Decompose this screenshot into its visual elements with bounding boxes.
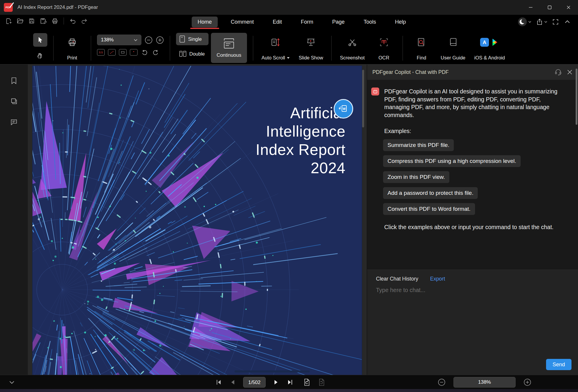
bookmarks-panel-button[interactable] <box>9 76 18 85</box>
pdfgear-window: PDF AI Index Report 2024.pdf - PDFgear <box>0 0 578 392</box>
quick-print-button[interactable] <box>51 17 59 25</box>
next-page-button[interactable] <box>273 379 279 386</box>
document-scrollbar[interactable] <box>362 70 364 127</box>
tab-page[interactable]: Page <box>326 17 351 27</box>
theme-toggle-button[interactable] <box>518 17 531 27</box>
clear-chat-history-link[interactable]: Clear Chat History <box>376 276 418 282</box>
tab-comment[interactable]: Comment <box>225 17 260 27</box>
copilot-input-area: Clear Chat History Export Send <box>367 270 578 375</box>
share-button[interactable] <box>536 18 547 25</box>
copilot-support-button[interactable] <box>554 68 562 76</box>
first-page-button[interactable] <box>215 379 222 386</box>
find-icon <box>416 36 427 49</box>
cover-title-line: Index Report <box>256 140 345 159</box>
cursor-icon <box>37 36 44 43</box>
collapse-ribbon-button[interactable] <box>564 18 571 25</box>
fit-page-button[interactable] <box>119 49 127 56</box>
copilot-scrollbar[interactable] <box>576 69 577 125</box>
pdf-page[interactable]: Artificial Intelligence Index Report 202… <box>33 66 362 375</box>
zoom-out-button[interactable] <box>145 36 153 44</box>
print-icon <box>51 18 58 25</box>
new-file-button[interactable] <box>5 17 12 25</box>
redo-button[interactable] <box>80 17 88 25</box>
rotate-right-icon <box>152 49 159 56</box>
window-bottom-edge <box>0 389 578 392</box>
comments-panel-button[interactable] <box>9 118 18 127</box>
save-button[interactable] <box>28 17 35 25</box>
zoom-in-button[interactable] <box>156 36 164 44</box>
next-view-button[interactable] <box>318 378 325 386</box>
pages-icon <box>10 98 18 105</box>
chat-input[interactable] <box>376 287 559 294</box>
save-as-icon <box>40 17 47 25</box>
zoom-out-bottom-button[interactable] <box>438 378 445 386</box>
save-icon <box>28 18 35 24</box>
screenshot-button[interactable]: Screenshot <box>338 31 367 64</box>
example-convert-button[interactable]: Convert this PDF to Word format. <box>383 203 475 215</box>
tab-edit[interactable]: Edit <box>267 17 288 27</box>
fit-visible-button[interactable] <box>130 49 138 56</box>
convert-to-word-badge[interactable]: W <box>334 99 353 119</box>
select-tool-button[interactable] <box>33 33 47 47</box>
auto-scroll-button[interactable]: Auto Scroll <box>259 31 292 64</box>
hand-tool-button[interactable] <box>33 49 47 62</box>
copilot-close-button[interactable] <box>567 69 573 75</box>
example-summarize-button[interactable]: Summarize this PDF file. <box>383 139 454 151</box>
google-play-icon <box>490 38 499 47</box>
tab-form[interactable]: Form <box>295 17 319 27</box>
actual-size-icon: 1:1 <box>99 51 103 54</box>
example-password-button[interactable]: Add a password to protect this file. <box>383 187 478 199</box>
book-icon <box>448 36 458 49</box>
zoom-level-indicator[interactable]: 138% <box>453 377 516 388</box>
fullscreen-button[interactable] <box>552 18 559 25</box>
save-as-button[interactable] <box>39 17 47 25</box>
zoom-in-bottom-button[interactable] <box>524 378 531 386</box>
zoom-level-select[interactable]: 138% <box>97 35 141 45</box>
rotate-left-button[interactable] <box>141 49 148 56</box>
minus-circle-icon <box>438 378 445 386</box>
double-page-button[interactable]: Double <box>176 48 209 60</box>
open-file-button[interactable] <box>16 17 24 25</box>
previous-page-button[interactable] <box>230 379 236 386</box>
single-page-button[interactable]: Single <box>176 33 209 45</box>
fit-width-button[interactable] <box>108 49 116 56</box>
document-viewport[interactable]: Artificial Intelligence Index Report 202… <box>28 64 367 375</box>
continuous-label: Continuous <box>217 52 241 58</box>
tab-edit-label: Edit <box>273 19 282 25</box>
collapse-bottom-button[interactable] <box>8 379 15 386</box>
auto-scroll-label: Auto Scroll <box>261 55 290 61</box>
user-guide-button[interactable]: User Guide <box>438 31 468 64</box>
zoom-controls: 138% <box>438 375 531 389</box>
tab-tools[interactable]: Tools <box>358 17 382 27</box>
close-button[interactable] <box>559 0 578 15</box>
send-button[interactable]: Send <box>546 359 571 370</box>
window-title: AI Index Report 2024.pdf - PDFgear <box>17 4 98 10</box>
ocr-button[interactable]: OCR <box>371 31 397 64</box>
continuous-view-button[interactable]: Continuous <box>211 33 247 63</box>
copilot-messages: PDFgear Copilot is an AI tool designed t… <box>367 80 578 270</box>
export-link[interactable]: Export <box>430 276 445 282</box>
ocr-icon <box>379 36 389 49</box>
example-zoom-button[interactable]: Zoom in this PDF view. <box>383 171 449 183</box>
home-ribbon: Print 138% 1:1 <box>0 31 578 64</box>
pages-panel-button[interactable] <box>9 97 18 106</box>
print-button[interactable]: Print <box>59 31 85 64</box>
maximize-button[interactable] <box>540 0 559 15</box>
minimize-button[interactable] <box>521 0 540 15</box>
find-button[interactable]: Find <box>409 31 434 64</box>
last-page-button[interactable] <box>286 379 293 386</box>
previous-view-button[interactable] <box>303 378 311 386</box>
slide-show-button[interactable]: Slide Show <box>296 31 326 64</box>
chevron-down-icon <box>544 21 547 23</box>
ribbon-separator <box>331 36 332 61</box>
tab-home[interactable]: Home <box>192 17 218 27</box>
horizontal-scrollbar[interactable] <box>235 370 310 372</box>
ribbon-tabs: Home Comment Edit Form Page Tools Help <box>192 17 412 27</box>
example-compress-button[interactable]: Compress this PDF using a high compressi… <box>383 155 521 167</box>
tab-help[interactable]: Help <box>389 17 412 27</box>
rotate-right-button[interactable] <box>152 49 159 56</box>
undo-button[interactable] <box>69 17 77 25</box>
actual-size-button[interactable]: 1:1 <box>97 49 105 56</box>
ios-android-button[interactable]: A iOS & Android <box>472 31 507 64</box>
page-number-input[interactable] <box>243 377 266 388</box>
